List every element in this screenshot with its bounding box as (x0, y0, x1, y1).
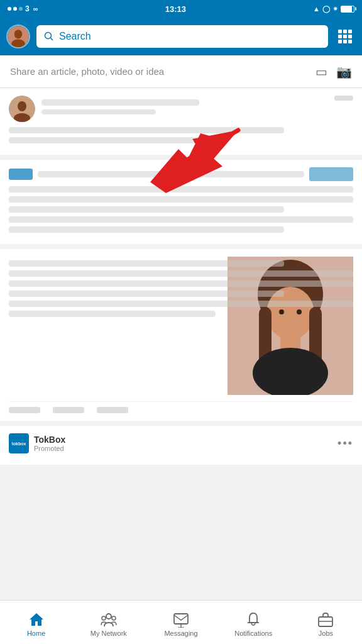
share-icons: ▭ 📷 (315, 64, 352, 79)
post-card-3 (0, 249, 362, 421)
post-avatar-1 (9, 96, 35, 122)
post3-line1 (9, 270, 353, 277)
carrier-label: 3 (25, 4, 30, 13)
jobs-icon (317, 611, 334, 628)
search-icon (44, 31, 54, 42)
svg-marker-20 (30, 613, 43, 626)
svg-point-6 (18, 101, 26, 111)
dot2 (13, 7, 17, 11)
post2-line4 (9, 216, 353, 223)
apps-button[interactable] (334, 26, 356, 47)
status-right: ▲ ◯ ✴ (313, 5, 354, 13)
svg-point-21 (106, 614, 111, 619)
messaging-icon (173, 611, 189, 628)
brand-name: TokBox (34, 435, 65, 445)
post3-line2 (9, 280, 353, 287)
ad-card: tokbox TokBox Promoted ••• (0, 426, 362, 465)
nav-item-notifications[interactable]: Notifications (217, 608, 290, 637)
top-nav: Search (0, 18, 362, 55)
brand-logo-text: tokbox (12, 441, 26, 446)
grid-icon (338, 30, 352, 43)
home-icon (28, 611, 45, 628)
post3-line5 (9, 311, 216, 317)
post3-action2 (53, 407, 84, 413)
post2-line3 (9, 206, 284, 213)
location-icon: ▲ (313, 5, 320, 13)
nav-label-messaging: Messaging (164, 630, 197, 637)
post2-title (38, 171, 304, 177)
svg-point-3 (45, 33, 52, 39)
nav-item-jobs[interactable]: Jobs (290, 608, 362, 637)
ad-brand: tokbox TokBox Promoted (9, 433, 65, 453)
post-card-2 (0, 160, 362, 244)
battery-icon (341, 6, 354, 13)
nav-label-notifications: Notifications (234, 630, 272, 637)
nav-item-messaging[interactable]: Messaging (145, 608, 217, 637)
search-input-label: Search (59, 31, 91, 42)
nav-item-home[interactable]: Home (0, 608, 72, 637)
post-time-1 (334, 96, 353, 101)
ad-header: tokbox TokBox Promoted ••• (9, 433, 353, 453)
user-avatar[interactable] (6, 25, 30, 48)
svg-point-23 (112, 616, 116, 620)
svg-point-16 (297, 309, 302, 314)
svg-rect-24 (174, 614, 188, 624)
clock: 13:13 (165, 4, 186, 14)
status-bar: 3 ∞ 13:13 ▲ ◯ ✴ (0, 0, 362, 18)
post2-tag (9, 169, 33, 180)
bottom-nav: Home My Network Messaging Notificatio (0, 600, 362, 644)
svg-point-1 (14, 30, 23, 38)
more-options-button[interactable]: ••• (337, 437, 353, 450)
svg-line-4 (51, 38, 53, 41)
post3-action1 (9, 407, 40, 413)
search-bar[interactable]: Search (36, 25, 328, 48)
svg-point-15 (279, 309, 284, 314)
brand-promoted: Promoted (34, 445, 65, 452)
post-card-1 (0, 88, 362, 155)
bluetooth-icon: ✴ (332, 5, 338, 13)
nav-item-network[interactable]: My Network (72, 608, 145, 637)
wifi-icon: ∞ (33, 5, 38, 13)
network-icon (101, 611, 117, 628)
feed: tokbox TokBox Promoted ••• (0, 88, 362, 600)
dot1 (8, 7, 11, 11)
post-meta-1 (41, 96, 328, 118)
post2-line5 (9, 226, 284, 233)
post3-line3 (9, 291, 284, 297)
post-subtitle-1 (41, 109, 156, 114)
share-bar: Share an article, photo, video or idea ▭… (0, 55, 362, 88)
notifications-icon (245, 611, 261, 628)
signal-dots (8, 7, 23, 11)
status-left: 3 ∞ (8, 4, 38, 13)
battery-fill (341, 6, 352, 12)
camera-share-icon[interactable]: 📷 (336, 64, 352, 79)
dot3 (19, 7, 23, 11)
nav-label-home: Home (27, 630, 45, 637)
post-person-image (228, 257, 353, 395)
post2-button (309, 167, 353, 181)
brand-logo: tokbox (9, 433, 29, 453)
svg-point-22 (102, 616, 106, 620)
post-line-1 (9, 127, 284, 133)
alarm-icon: ◯ (322, 5, 330, 13)
brand-info: TokBox Promoted (34, 435, 65, 452)
video-share-icon[interactable]: ▭ (315, 64, 327, 79)
post-line-2 (9, 137, 216, 143)
nav-label-network: My Network (90, 630, 127, 637)
post3-title (9, 260, 284, 267)
post3-line4 (9, 301, 353, 307)
post3-action3 (97, 407, 128, 413)
post2-line1 (9, 186, 353, 192)
share-prompt[interactable]: Share an article, photo, video or idea (10, 66, 310, 77)
post-header-1 (9, 96, 353, 122)
nav-label-jobs: Jobs (319, 630, 333, 637)
post2-line2 (9, 196, 353, 203)
post-author-1 (41, 99, 199, 106)
